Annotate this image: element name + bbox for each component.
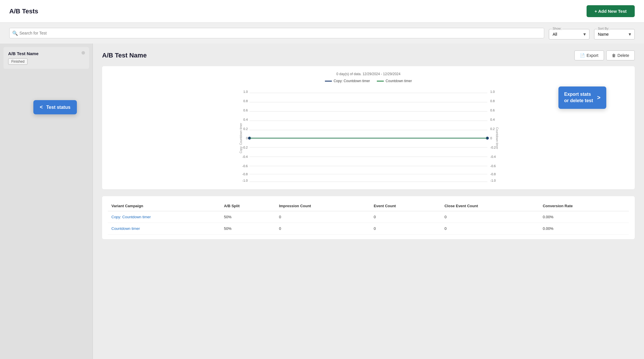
search-wrapper: 🔍 [9,28,544,38]
chart-svg: 1.0 0.8 0.6 0.4 0.2 0 -0.2 -0.4 -0.6 -0.… [107,86,630,185]
show-select-wrapper: Show: All Active Finished Paused ▼ [549,29,589,39]
main-content: A/B Test Name Finished < Test status Exp… [0,44,644,359]
status-badge: Finished [8,58,28,65]
col-ab-split: A/B Split [220,201,276,211]
svg-text:-1.0: -1.0 [242,179,248,182]
sortby-label: Sort By: [597,27,610,30]
svg-text:0.2: 0.2 [243,127,248,131]
sidebar-dot-icon [82,51,85,55]
svg-text:-0.6: -0.6 [242,164,248,168]
chart-svg-wrapper: 1.0 0.8 0.6 0.4 0.2 0 -0.2 -0.4 -0.6 -0.… [107,86,630,185]
svg-text:-0.6: -0.6 [490,164,496,168]
col-conversion-rate: Conversion Rate [539,201,629,211]
cell-close-event-count: 0 [441,211,539,223]
delete-icon: 🗑 [612,53,616,58]
search-input[interactable] [9,28,544,38]
legend-item-countdown: Countdown timer [377,79,412,83]
svg-text:1.0: 1.0 [490,90,495,93]
tooltip-test-status-label: Test status [46,105,70,110]
page-header: A/B Tests + Add New Test [0,0,644,23]
filter-group: Show: All Active Finished Paused ▼ Sort … [549,27,635,39]
svg-text:Dec 28: Dec 28 [252,184,262,185]
chart-info: 0 day(s) of data. 12/29/2024 - 12/29/202… [107,72,630,76]
svg-text:1.0: 1.0 [243,90,248,93]
col-close-event-count: Close Event Count [441,201,539,211]
campaign-link[interactable]: Copy: Countdown timer [111,215,151,219]
export-tooltip-text: Export stats or delete test [564,91,593,104]
svg-text:-0.2: -0.2 [490,146,496,149]
legend-label-copy: Copy: Countdown timer [334,79,370,83]
svg-text:0: 0 [246,136,248,140]
sortby-select[interactable]: Name Date Status [594,29,635,39]
add-new-test-button[interactable]: + Add New Test [587,5,635,17]
svg-text:-0.4: -0.4 [490,155,496,158]
svg-text:Dec 30: Dec 30 [475,184,485,185]
svg-text:-0.2: -0.2 [242,146,248,149]
legend-label-countdown: Countdown timer [386,79,412,83]
table-row: Countdown timer 50% 0 0 0 0.00% [108,223,629,234]
tooltip-left-arrow-icon: < [40,104,43,110]
svg-text:0.8: 0.8 [243,99,248,103]
delete-button[interactable]: 🗑 Delete [606,50,635,60]
export-stats-tooltip: Export stats or delete test > [558,86,606,109]
cell-event-count: 0 [370,223,441,234]
cell-impression-count: 0 [276,223,370,234]
svg-text:-0.8: -0.8 [242,172,248,176]
svg-text:0.4: 0.4 [243,118,248,121]
test-status-tooltip: < Test status [33,100,77,114]
show-label: Show: [552,27,562,30]
svg-text:0.8: 0.8 [490,99,495,103]
detail-header: A/B Test Name 📄 Export 🗑 Delete [102,50,635,60]
svg-text:0.2: 0.2 [490,127,495,131]
tooltip-right-arrow-icon: > [597,93,600,102]
chart-legend: Copy: Countdown timer Countdown timer [107,79,630,83]
cell-campaign: Copy: Countdown timer [108,211,220,223]
svg-text:0.6: 0.6 [243,109,248,112]
cell-ab-split: 50% [220,223,276,234]
cell-event-count: 0 [370,211,441,223]
col-event-count: Event Count [370,201,441,211]
export-icon: 📄 [580,53,585,58]
svg-text:Copy: Countdown timer: Copy: Countdown timer [239,123,243,153]
col-variant-campaign: Variant Campaign [108,201,220,211]
legend-item-copy: Copy: Countdown timer [325,79,370,83]
sidebar-item-title: A/B Test Name [8,51,84,56]
cell-conversion-rate: 0.00% [539,223,629,234]
show-select[interactable]: All Active Finished Paused [549,29,589,39]
toolbar: 🔍 Show: All Active Finished Paused ▼ Sor… [0,23,644,44]
svg-text:0: 0 [490,136,492,140]
svg-text:Countdown timer: Countdown timer [495,127,499,149]
svg-text:-0.8: -0.8 [490,172,496,176]
delete-label: Delete [618,53,629,58]
detail-title: A/B Test Name [102,52,147,59]
sidebar-test-item[interactable]: A/B Test Name Finished [3,47,89,69]
chart-area: 0 day(s) of data. 12/29/2024 - 12/29/202… [102,66,635,189]
sortby-select-wrapper: Sort By: Name Date Status ▼ [594,29,635,39]
table-row: Copy: Countdown timer 50% 0 0 0 0.00% [108,211,629,223]
svg-text:-0.4: -0.4 [242,155,248,158]
cell-conversion-rate: 0.00% [539,211,629,223]
table-area: Variant Campaign A/B Split Impression Co… [102,196,635,239]
export-button[interactable]: 📄 Export [574,50,604,60]
detail-panel: Export stats or delete test > A/B Test N… [93,44,644,359]
export-tooltip-line1: Export stats [564,91,593,98]
results-table: Variant Campaign A/B Split Impression Co… [108,201,629,234]
cell-close-event-count: 0 [441,223,539,234]
cell-impression-count: 0 [276,211,370,223]
legend-line-blue [325,81,332,82]
cell-campaign: Countdown timer [108,223,220,234]
page-title: A/B Tests [9,8,38,15]
sidebar: A/B Test Name Finished < Test status [0,44,93,359]
svg-text:-1.0: -1.0 [490,179,496,182]
search-icon: 🔍 [12,30,18,36]
export-label: Export [587,53,598,58]
col-impression-count: Impression Count [276,201,370,211]
detail-actions: 📄 Export 🗑 Delete [574,50,635,60]
svg-text:0.6: 0.6 [490,109,495,112]
cell-ab-split: 50% [220,211,276,223]
export-tooltip-line2: or delete test [564,98,593,104]
legend-line-green [377,81,384,82]
svg-text:0.4: 0.4 [490,118,495,121]
campaign-link[interactable]: Countdown timer [111,226,140,231]
